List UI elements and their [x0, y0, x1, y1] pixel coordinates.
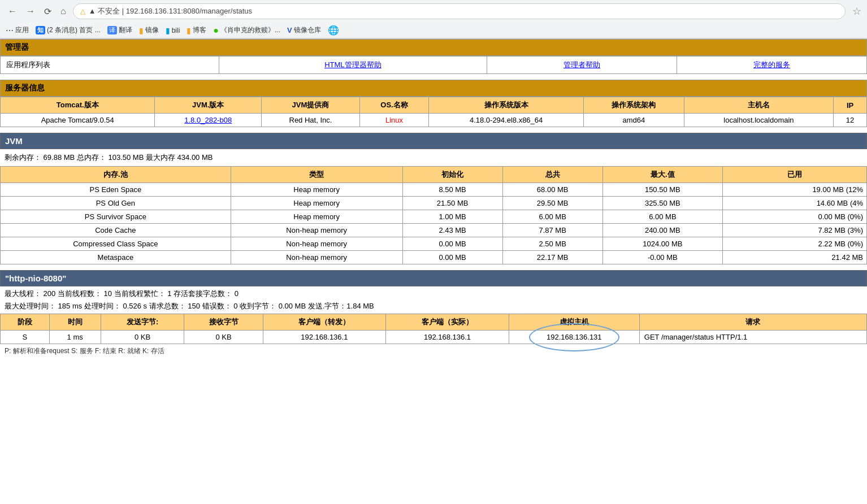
bookmark-translate[interactable]: 译 翻译	[107, 25, 132, 35]
col-ip: IP	[834, 97, 867, 114]
request-cell: GET /manager/status HTTP/1.1	[639, 331, 866, 344]
used-cell: 21.42 MB	[723, 251, 867, 264]
recv-cell: 0 KB	[184, 331, 263, 344]
type-cell: Non-heap memory	[231, 224, 402, 237]
total-cell: 6.00 MB	[502, 210, 602, 224]
col-type: 类型	[231, 167, 402, 183]
request-table: 阶段 时间 发送字节: 接收字节 客户端（转发） 客户端（实际） 虚拟主机 请求…	[0, 314, 867, 344]
bookmark-star-button[interactable]: ☆	[852, 5, 861, 18]
total-cell: 7.87 MB	[502, 224, 602, 237]
total-cell: 22.17 MB	[502, 251, 602, 264]
tomcat-version-cell: Apache Tomcat/9.0.54	[1, 114, 155, 127]
bookmark-globe[interactable]: 🌐	[328, 25, 339, 36]
nav-full-service-link[interactable]: 完整的服务	[753, 60, 790, 69]
col-request: 请求	[639, 314, 866, 331]
bookmark-shawshank[interactable]: ● 《肖申克的救赎》...	[213, 25, 280, 36]
col-time: 时间	[49, 314, 101, 331]
bookmarks-bar: ⋯ 应用 知 (2 条消息) 首页 ... 译 翻译 ▮ 镜像 ▮ bili ▮…	[0, 23, 867, 38]
server-info-table: Tomcat.版本 JVM.版本 JVM提供商 OS.名称 操作系统版本 操作系…	[0, 97, 867, 127]
nav-app-list[interactable]: 应用程序列表	[1, 57, 219, 74]
connector-header: "http-nio-8080"	[0, 270, 867, 286]
total-cell: 29.50 MB	[502, 197, 602, 210]
nav-admin-help-link[interactable]: 管理者帮助	[563, 60, 600, 69]
nav-html-help-link[interactable]: HTML管理器帮助	[324, 60, 381, 69]
jvm-memory-row: Code Cache Non-heap memory 2.43 MB 7.87 …	[1, 224, 867, 237]
bookmark-zhihu-label: (2 条消息) 首页 ...	[47, 25, 101, 35]
bookmark-blog-label: 博客	[193, 25, 206, 35]
bookmark-bili[interactable]: ▮ bili	[166, 26, 180, 35]
init-cell: 2.43 MB	[402, 224, 502, 237]
bookmark-shawshank-label: 《肖申克的救赎》...	[220, 25, 280, 35]
pool-cell: PS Old Gen	[1, 197, 231, 210]
type-cell: Non-heap memory	[231, 237, 402, 251]
footer-legend: P: 解析和准备request S: 服务 F: 结束 R: 就绪 K: 存活	[0, 344, 867, 358]
reload-button[interactable]: ⟳	[42, 5, 54, 18]
home-button[interactable]: ⌂	[58, 5, 68, 18]
total-cell: 2.50 MB	[502, 237, 602, 251]
used-cell: 7.82 MB (3%)	[723, 224, 867, 237]
bookmark-translate-label: 翻译	[119, 25, 132, 35]
nav-html-help[interactable]: HTML管理器帮助	[219, 57, 487, 74]
nav-full-service[interactable]: 完整的服务	[677, 57, 867, 74]
sent-cell: 0 KB	[101, 331, 184, 344]
bookmark-registry-label: 镜像仓库	[294, 25, 321, 35]
address-bar[interactable]: △ ▲ 不安全 | 192.168.136.131:8080/manager/s…	[73, 3, 846, 19]
pool-cell: PS Survivor Space	[1, 210, 231, 224]
bookmark-mirror-label: 镜像	[145, 25, 159, 35]
browser-chrome: ← → ⟳ ⌂ △ ▲ 不安全 | 192.168.136.131:8080/m…	[0, 0, 867, 39]
total-cell: 68.00 MB	[502, 183, 602, 197]
bookmark-zhihu[interactable]: 知 (2 条消息) 首页 ...	[36, 25, 101, 35]
request-row: S 1 ms 0 KB 0 KB 192.168.136.1 192.168.1…	[1, 331, 867, 344]
col-vhost: 虚拟主机	[509, 314, 639, 331]
nav-table: 应用程序列表 HTML管理器帮助 管理者帮助 完整的服务	[0, 56, 867, 74]
stage-cell: S	[1, 331, 50, 344]
security-icon: △	[80, 7, 85, 15]
jvm-memory-row: Compressed Class Space Non-heap memory 0…	[1, 237, 867, 251]
bookmark-apps[interactable]: ⋯ 应用	[6, 25, 29, 35]
max-cell: 6.00 MB	[602, 210, 722, 224]
init-cell: 0.00 MB	[402, 237, 502, 251]
jvm-header: JVM	[0, 133, 867, 149]
connector-info: 最大线程： 200 当前线程数： 10 当前线程繁忙： 1 存活套接字总数： 0…	[0, 286, 867, 314]
used-cell: 14.60 MB (4%	[723, 197, 867, 210]
bookmark-blog[interactable]: ▮ 博客	[187, 25, 206, 35]
col-client-actual: 客户端（实际）	[386, 314, 509, 331]
jvm-memory-info: 剩余内存： 69.88 MB 总内存： 103.50 MB 最大内存 434.0…	[0, 149, 867, 166]
init-cell: 1.00 MB	[402, 210, 502, 224]
bookmark-mirror[interactable]: ▮ 镜像	[139, 25, 159, 35]
col-client-fwd: 客户端（转发）	[263, 314, 386, 331]
col-init: 初始化	[402, 167, 502, 183]
col-stage: 阶段	[1, 314, 50, 331]
forward-button[interactable]: →	[24, 5, 37, 18]
pool-cell: PS Eden Space	[1, 183, 231, 197]
col-jvm-version: JVM.版本	[155, 97, 262, 114]
max-cell: 1024.00 MB	[602, 237, 722, 251]
col-total: 总共	[502, 167, 602, 183]
os-version-cell: 4.18.0-294.el8.x86_64	[429, 114, 584, 127]
col-recv: 接收字节	[184, 314, 263, 331]
jvm-version-link[interactable]: 1.8.0_282-b08	[184, 116, 232, 124]
init-cell: 0.00 MB	[402, 251, 502, 264]
col-sent: 发送字节:	[101, 314, 184, 331]
server-info-row: Apache Tomcat/9.0.54 1.8.0_282-b08 Red H…	[1, 114, 867, 127]
col-os-name: OS.名称	[359, 97, 428, 114]
os-name-cell: Linux	[359, 114, 428, 127]
col-jvm-vendor: JVM提供商	[262, 97, 360, 114]
col-pool: 内存.池	[1, 167, 231, 183]
server-info-header: 服务器信息	[0, 80, 867, 97]
max-cell: -0.00 MB	[602, 251, 722, 264]
back-button[interactable]: ←	[6, 5, 19, 18]
ip-cell: 12	[834, 114, 867, 127]
bookmark-registry[interactable]: V 镜像仓库	[287, 25, 321, 35]
os-arch-cell: amd64	[584, 114, 684, 127]
type-cell: Heap memory	[231, 197, 402, 210]
jvm-version-cell: 1.8.0_282-b08	[155, 114, 262, 127]
jvm-memory-row: PS Old Gen Heap memory 21.50 MB 29.50 MB…	[1, 197, 867, 210]
col-tomcat-version: Tomcat.版本	[1, 97, 155, 114]
client-fwd-cell: 192.168.136.1	[263, 331, 386, 344]
manager-header: 管理器	[0, 39, 867, 56]
used-cell: 2.22 MB (0%)	[723, 237, 867, 251]
nav-admin-help[interactable]: 管理者帮助	[487, 57, 677, 74]
col-os-arch: 操作系统架构	[584, 97, 684, 114]
jvm-vendor-cell: Red Hat, Inc.	[262, 114, 360, 127]
